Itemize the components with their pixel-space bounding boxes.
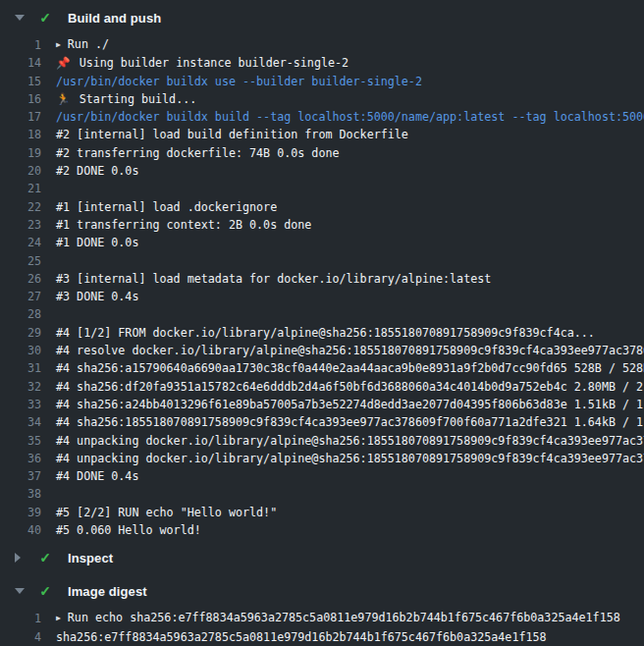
line-number[interactable]: 19 (0, 144, 41, 162)
pushpin-icon: 📌 (56, 56, 71, 70)
log-line-body: #1 [internal] load .dockerignore (56, 200, 277, 214)
log-line-body: #3 DONE 0.4s (56, 290, 138, 303)
log-line: 23#1 transferring context: 2B 0.0s done (0, 216, 644, 234)
log-line-body: #4 resolve docker.io/library/alpine@sha2… (56, 344, 644, 357)
line-number[interactable]: 1 (0, 610, 41, 627)
log-line: 40#5 0.060 Hello world! (0, 521, 644, 539)
log-line-body: #4 DONE 0.4s (56, 469, 138, 483)
log-line-body: #2 transferring dockerfile: 74B 0.0s don… (56, 146, 340, 160)
line-number[interactable]: 38 (0, 485, 41, 503)
log-line-text: #1 transferring context: 2B 0.0s done (41, 216, 311, 234)
log-line: 15/usr/bin/docker buildx use --builder b… (0, 73, 644, 90)
line-number[interactable]: 18 (0, 126, 41, 143)
line-number[interactable]: 26 (0, 270, 41, 288)
line-number[interactable]: 1 (0, 36, 41, 54)
log-line-text: #4 unpacking docker.io/library/alpine@sh… (41, 450, 644, 467)
line-number[interactable]: 36 (0, 450, 41, 467)
log-line-text: #3 [internal] load metadata for docker.i… (41, 270, 491, 288)
line-number[interactable]: 25 (0, 252, 41, 270)
log-line-body: #4 unpacking docker.io/library/alpine@sh… (56, 452, 644, 465)
log-line: 17/usr/bin/docker buildx build --tag loc… (0, 108, 644, 126)
line-number[interactable]: 29 (0, 324, 41, 342)
log-line-body: #4 sha256:a15790640a6690aa1730c38cf0a440… (56, 361, 644, 375)
log-line-text: #4 resolve docker.io/library/alpine@sha2… (41, 342, 644, 359)
section-header-image-digest[interactable]: ✓Image digest (0, 581, 644, 601)
line-number[interactable]: 30 (0, 342, 41, 359)
log-line-text: sha256:e7ff8834a5963a2785c5a0811e979d16b… (41, 628, 547, 646)
log-line: 39#5 [2/2] RUN echo "Hello world!" (0, 504, 644, 521)
line-number[interactable]: 35 (0, 432, 41, 450)
line-number[interactable]: 31 (0, 359, 41, 377)
log-lines-build-and-push: 1▶Run ./14📌 Using builder instance build… (0, 36, 644, 539)
log-line: 1▶Run ./ (0, 36, 644, 54)
line-number[interactable]: 28 (0, 305, 41, 323)
chevron-right-icon[interactable] (15, 553, 27, 563)
line-number[interactable]: 4 (0, 628, 41, 646)
log-line-body: #5 [2/2] RUN echo "Hello world!" (56, 506, 277, 519)
log-line-body: #2 DONE 0.0s (56, 164, 138, 178)
log-line-body: /usr/bin/docker buildx build --tag local… (56, 110, 644, 124)
log-line: 14📌 Using builder instance builder-singl… (0, 54, 644, 72)
log-line: 27#3 DONE 0.4s (0, 288, 644, 305)
log-line-text: #4 sha256:df20fa9351a15782c64e6dddb2d4a6… (41, 378, 644, 396)
log-line: 24#1 DONE 0.0s (0, 234, 644, 251)
log-line-text: #4 DONE 0.4s (41, 467, 138, 485)
log-line-text: #4 sha256:a24bb4013296f61e89ba57005a7b3e… (41, 396, 644, 413)
line-number[interactable]: 22 (0, 198, 41, 216)
log-line-body: #4 sha256:a24bb4013296f61e89ba57005a7b3e… (56, 398, 644, 411)
line-number[interactable]: 33 (0, 396, 41, 413)
log-line-body: #2 [internal] load build definition from… (56, 128, 408, 141)
log-group-expander-icon[interactable]: ▶ (56, 36, 61, 54)
log-line: 16🏃 Starting build... (0, 90, 644, 108)
line-number[interactable]: 17 (0, 108, 41, 126)
log-line: 30#4 resolve docker.io/library/alpine@sh… (0, 342, 644, 359)
chevron-down-icon[interactable] (15, 588, 27, 594)
section-title-image-digest: Image digest (68, 584, 147, 599)
line-number[interactable]: 24 (0, 234, 41, 251)
section-title-build-and-push: Build and push (68, 11, 161, 26)
chevron-down-icon[interactable] (15, 15, 27, 21)
log-line-text: #1 [internal] load .dockerignore (41, 198, 277, 216)
log-line-text: #4 [1/2] FROM docker.io/library/alpine@s… (41, 324, 595, 342)
log-group-expander-icon[interactable]: ▶ (56, 610, 61, 627)
line-number[interactable]: 21 (0, 180, 41, 197)
log-lines-image-digest: 1▶Run echo sha256:e7ff8834a5963a2785c5a0… (0, 610, 644, 646)
log-line-text: #2 transferring dockerfile: 74B 0.0s don… (41, 144, 340, 162)
log-line: 36#4 unpacking docker.io/library/alpine@… (0, 450, 644, 467)
log-line-body: #4 sha256:df20fa9351a15782c64e6dddb2d4a6… (56, 380, 644, 394)
line-number[interactable]: 39 (0, 504, 41, 521)
line-number[interactable]: 15 (0, 73, 41, 90)
log-line-text: ▶Run echo sha256:e7ff8834a5963a2785c5a08… (41, 610, 620, 627)
line-number[interactable]: 40 (0, 521, 41, 539)
line-number[interactable]: 37 (0, 467, 41, 485)
log-line-text: #3 DONE 0.4s (41, 288, 138, 305)
log-line-text: #1 DONE 0.0s (41, 234, 138, 251)
log-line: 34#4 sha256:185518070891758909c9f839cf4c… (0, 413, 644, 431)
section-header-inspect[interactable]: ✓Inspect (0, 548, 644, 567)
line-number[interactable]: 16 (0, 90, 41, 108)
runner-icon: 🏃 (56, 92, 71, 106)
line-number[interactable]: 27 (0, 288, 41, 305)
workflow-log-viewer: ✓Build and push1▶Run ./14📌 Using builder… (0, 0, 644, 646)
section-header-build-and-push[interactable]: ✓Build and push (0, 8, 644, 27)
log-line-text: #4 sha256:185518070891758909c9f839cf4ca3… (41, 413, 644, 431)
log-line-body: Run ./ (68, 37, 109, 51)
log-line: 37#4 DONE 0.4s (0, 467, 644, 485)
log-line-text: #4 unpacking docker.io/library/alpine@sh… (41, 432, 644, 450)
log-line: 19#2 transferring dockerfile: 74B 0.0s d… (0, 144, 644, 162)
line-number[interactable]: 20 (0, 162, 41, 180)
log-line: 33#4 sha256:a24bb4013296f61e89ba57005a7b… (0, 396, 644, 413)
check-icon: ✓ (36, 11, 54, 25)
line-number[interactable]: 23 (0, 216, 41, 234)
line-number[interactable]: 34 (0, 413, 41, 431)
line-number[interactable]: 14 (0, 54, 41, 72)
log-line: 21 (0, 180, 644, 197)
log-line-body: Using builder instance builder-single-2 (73, 56, 349, 70)
log-line-body: Run echo sha256:e7ff8834a5963a2785c5a081… (68, 611, 620, 624)
log-line-body: #1 DONE 0.0s (56, 236, 138, 249)
log-line-body: #4 [1/2] FROM docker.io/library/alpine@s… (56, 326, 595, 340)
log-line-text: /usr/bin/docker buildx build --tag local… (41, 108, 644, 126)
log-line: 28 (0, 305, 644, 323)
log-line-text: /usr/bin/docker buildx use --builder bui… (41, 73, 422, 90)
line-number[interactable]: 32 (0, 378, 41, 396)
